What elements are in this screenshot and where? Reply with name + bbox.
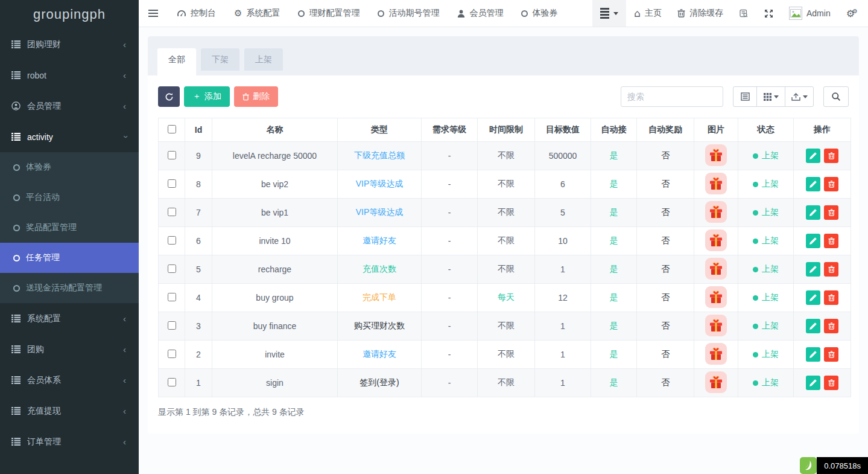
search-button[interactable] <box>823 86 849 107</box>
tab-on-shelf[interactable]: 上架 <box>244 48 283 71</box>
nav-item-console[interactable]: 控制台 <box>168 0 225 27</box>
delete-row-button[interactable] <box>824 149 838 163</box>
cell-name: be vip1 <box>212 199 338 227</box>
row-checkbox[interactable] <box>168 208 176 216</box>
navbar-right: ⌂ 主页 清除缓存 <box>592 0 868 27</box>
sidebar-item-group-buy[interactable]: 团购‹ <box>0 334 139 365</box>
nav-item-experience-coupon[interactable]: 体验券 <box>512 0 566 27</box>
fullscreen-button[interactable] <box>756 0 781 27</box>
cell-id: 5 <box>185 255 212 284</box>
delete-row-button[interactable] <box>824 234 838 248</box>
sidebar-item-task-management[interactable]: 任务管理 <box>0 243 139 273</box>
edit-button[interactable] <box>806 376 820 390</box>
delete-row-button[interactable] <box>824 205 838 220</box>
edit-button[interactable] <box>806 149 820 163</box>
export-dropdown-button[interactable] <box>785 86 814 107</box>
edit-button[interactable] <box>806 234 820 248</box>
detail-view-button[interactable] <box>733 86 757 107</box>
sidebar-item-cash-gift-config[interactable]: 送现金活动配置管理 <box>0 273 139 303</box>
select-all-checkbox[interactable] <box>168 125 176 133</box>
status-dot-icon <box>753 380 758 386</box>
nav-item-activity-period[interactable]: 活动期号管理 <box>369 0 448 27</box>
cell-type: 购买理财次数 <box>338 312 422 341</box>
row-checkbox[interactable] <box>168 321 176 330</box>
sidebar-item-recharge-withdraw[interactable]: 充值提现‹ <box>0 396 139 426</box>
sidebar-item-order-management[interactable]: 订单管理‹ <box>0 426 139 457</box>
edit-button[interactable] <box>806 177 820 191</box>
nav-item-member-management[interactable]: 会员管理 <box>448 0 512 27</box>
sidebar-item-label: 任务管理 <box>26 252 60 263</box>
circle-icon <box>13 285 20 292</box>
tab-off-shelf[interactable]: 下架 <box>201 48 239 71</box>
nav-item-finance-config[interactable]: 理财配置管理 <box>289 0 369 27</box>
username: Admin <box>806 8 831 18</box>
edit-button[interactable] <box>806 205 820 220</box>
sidebar-item-group-finance[interactable]: 团购理财‹ <box>0 29 139 60</box>
columns-dropdown-button[interactable] <box>756 86 785 107</box>
nav-item-system-config[interactable]: ⚙系统配置 <box>225 0 289 27</box>
clear-cache-link[interactable]: 清除缓存 <box>670 0 731 27</box>
search-input[interactable] <box>621 86 723 107</box>
settings-button[interactable]: ⚙⚙ <box>838 0 868 27</box>
cell-time-limit: 不限 <box>478 170 535 199</box>
sidebar-item-activity[interactable]: activity‹ <box>0 121 139 152</box>
list-icon <box>9 315 22 322</box>
cell-auto-accept: 是 <box>591 341 637 369</box>
row-checkbox[interactable] <box>168 264 176 273</box>
document-button[interactable] <box>731 0 756 27</box>
sidebar-toggle-icon[interactable] <box>139 0 168 27</box>
list-icon <box>9 133 22 141</box>
user-menu[interactable]: Admin <box>781 0 838 27</box>
sidebar-item-platform-activity[interactable]: 平台活动 <box>0 182 139 213</box>
delete-row-button[interactable] <box>824 177 838 191</box>
edit-button[interactable] <box>806 290 820 305</box>
sidebar-item-prize-config[interactable]: 奖品配置管理 <box>0 213 139 243</box>
row-checkbox[interactable] <box>168 293 176 301</box>
gift-image <box>705 371 727 393</box>
home-link[interactable]: ⌂ 主页 <box>626 0 670 27</box>
table-menu-dropdown[interactable] <box>592 0 626 27</box>
add-button[interactable]: ＋添加 <box>184 86 230 107</box>
list-icon <box>9 71 22 79</box>
row-checkbox[interactable] <box>168 378 176 386</box>
chevron-left-icon: ‹ <box>123 39 126 50</box>
tasks-table: Id名称类型需求等级时间限制目标数值自动接自动奖励图片状态操作 9levelA … <box>158 118 851 397</box>
thinkphp-logo-icon[interactable] <box>800 457 817 474</box>
delete-row-button[interactable] <box>824 262 838 277</box>
cell-time-limit: 每天 <box>478 284 535 312</box>
cell-type: 邀请好友 <box>338 227 422 255</box>
row-checkbox[interactable] <box>168 179 176 188</box>
panel-body: ＋添加 删除 <box>148 75 859 434</box>
clear-cache-label: 清除缓存 <box>689 8 723 19</box>
chevron-down-icon <box>803 95 808 98</box>
cell-target: 12 <box>535 284 591 312</box>
edit-button[interactable] <box>806 262 820 277</box>
cell-auto-accept: 是 <box>591 312 637 341</box>
delete-row-button[interactable] <box>824 319 838 333</box>
sidebar-item-experience-coupon[interactable]: 体验券 <box>0 152 139 182</box>
cell-id: 9 <box>185 142 212 170</box>
sidebar-item-member-system[interactable]: 会员体系‹ <box>0 365 139 396</box>
sidebar-item-system-config[interactable]: 系统配置‹ <box>0 303 139 334</box>
delete-button[interactable]: 删除 <box>234 86 278 107</box>
delete-row-button[interactable] <box>824 290 838 305</box>
delete-row-button[interactable] <box>824 347 838 362</box>
row-checkbox[interactable] <box>168 350 176 358</box>
row-checkbox[interactable] <box>168 151 176 159</box>
sidebar: groupingph 团购理财‹robot‹会员管理‹activity‹体验券平… <box>0 0 139 474</box>
edit-button[interactable] <box>806 347 820 362</box>
refresh-button[interactable] <box>158 86 180 107</box>
cell-id: 1 <box>185 369 212 397</box>
sidebar-menu: 团购理财‹robot‹会员管理‹activity‹体验券平台活动奖品配置管理任务… <box>0 29 139 457</box>
status-dot-icon <box>753 267 758 272</box>
tab-all[interactable]: 全部 <box>157 48 196 75</box>
sidebar-item-member-management[interactable]: 会员管理‹ <box>0 91 139 121</box>
row-checkbox[interactable] <box>168 236 176 245</box>
toolbar-search <box>621 86 849 107</box>
column-header: 状态 <box>738 118 794 142</box>
navbar-left: 控制台⚙系统配置理财配置管理活动期号管理会员管理体验券 <box>168 0 592 27</box>
delete-row-button[interactable] <box>824 376 838 390</box>
edit-button[interactable] <box>806 319 820 333</box>
sidebar-item-robot[interactable]: robot‹ <box>0 60 139 91</box>
cell-level: - <box>422 199 478 227</box>
